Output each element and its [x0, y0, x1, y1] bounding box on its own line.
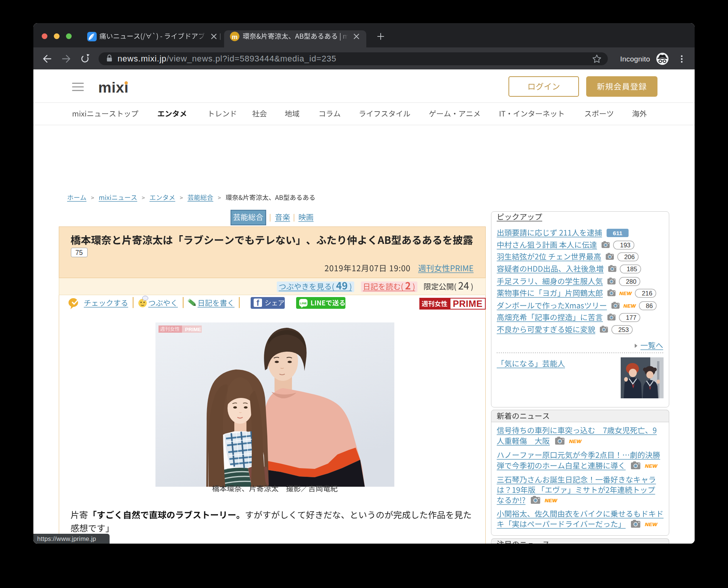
svg-text:253: 253 — [618, 326, 629, 333]
svg-text:mixi: mixi — [98, 79, 129, 96]
svg-text:NEW: NEW — [619, 291, 632, 296]
svg-text:216: 216 — [642, 290, 653, 297]
svg-text:206: 206 — [624, 253, 635, 260]
svg-text:f: f — [256, 298, 259, 308]
svg-text:m: m — [232, 33, 237, 41]
svg-text:193: 193 — [620, 242, 631, 248]
svg-text:NEW: NEW — [569, 439, 582, 444]
svg-text:Incognito: Incognito — [620, 55, 650, 63]
svg-text:NEW: NEW — [645, 522, 658, 527]
svg-text:NEW: NEW — [645, 463, 658, 469]
svg-text:611: 611 — [613, 230, 622, 236]
svg-text:NEW: NEW — [545, 498, 558, 503]
svg-text:75: 75 — [75, 249, 83, 256]
svg-text:LINE: LINE — [300, 302, 307, 305]
svg-text:PRIME: PRIME — [453, 299, 483, 309]
svg-text:86: 86 — [646, 302, 653, 309]
svg-text:https://www.jprime.jp: https://www.jprime.jp — [37, 535, 96, 542]
svg-text:280: 280 — [626, 278, 637, 285]
svg-text:PRIME: PRIME — [185, 327, 201, 332]
svg-text:NEW: NEW — [623, 303, 636, 309]
svg-text:news.mixi.jp/view_news.pl?id=5: news.mixi.jp/view_news.pl?id=5893444&med… — [118, 54, 336, 63]
svg-text:185: 185 — [627, 266, 637, 272]
svg-text:177: 177 — [626, 314, 637, 321]
